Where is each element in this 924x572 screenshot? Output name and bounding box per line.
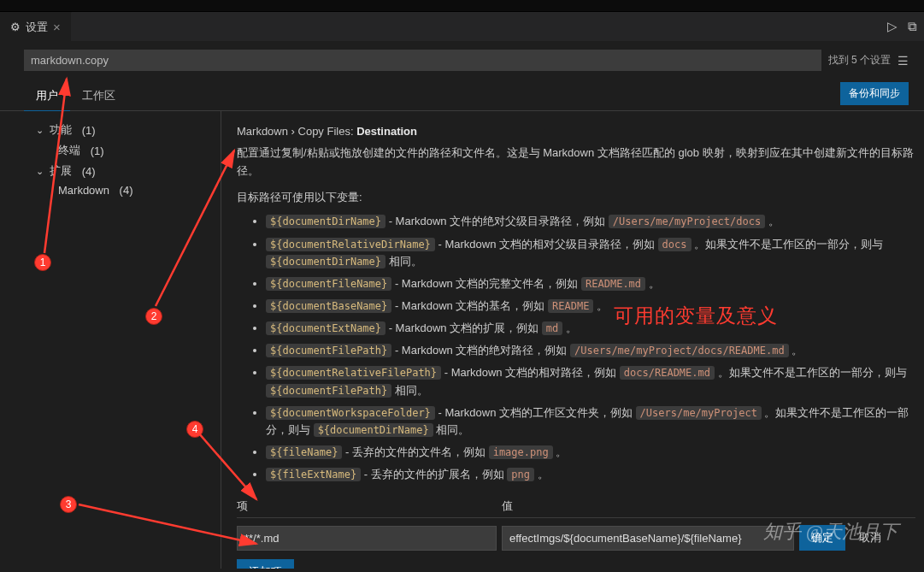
variable-item: ${documentWorkspaceFolder} - Markdown 文档… [266,404,915,439]
variable-item: ${documentRelativeFilePath} - Markdown 文… [266,364,915,398]
variable-item: ${documentFilePath} - Markdown 文档的绝对路径，例… [266,342,915,359]
kv-header-key: 项 [237,498,502,514]
close-icon[interactable]: × [53,20,61,34]
play-icon[interactable]: ▷ [887,19,898,34]
tree-group-features[interactable]: ⌄ 功能 (1) [0,120,221,140]
kv-value-input[interactable] [502,526,794,551]
annotation-marker-4: 4 [186,421,203,438]
annotation-red-text: 可用的变量及意义 [614,303,778,329]
tree-group-extensions[interactable]: ⌄ 扩展 (4) [0,161,221,181]
variable-item: ${documentDirName} - Markdown 文件的绝对父级目录路… [266,213,915,230]
filter-icon[interactable]: ☰ [898,54,909,68]
gear-icon: ⚙ [10,21,21,33]
settings-tree: ⌄ 功能 (1) 终端 (1) ⌄ 扩展 (4) Markdown (4) [0,111,221,569]
kv-headers: 项 值 [237,498,915,518]
variable-item: ${documentRelativeDirName} - Markdown 文档… [266,236,915,270]
vars-intro: 目标路径可使用以下变量: [237,189,915,207]
variable-item: ${documentFileName} - Markdown 文档的完整文件名，… [266,275,915,292]
editor-tabbar: ⚙ 设置 × ▷ ⧉ [0,12,924,41]
variable-item: ${documentExtName} - Markdown 文档的扩展，例如 m… [266,320,915,337]
variable-item: ${fileExtName} - 丢弃的文件的扩展名，例如 png 。 [266,466,915,483]
tab-settings[interactable]: ⚙ 设置 × [0,12,72,41]
annotation-marker-1: 1 [34,254,51,271]
split-icon[interactable]: ⧉ [908,19,917,34]
kv-key-input[interactable] [237,526,497,551]
settings-scope-row: 用户 工作区 备份和同步 [0,76,924,111]
tree-item-terminal[interactable]: 终端 (1) [0,140,221,161]
settings-search-row: 找到 5 个设置 ☰ [0,41,924,76]
variable-item: ${documentBaseName} - Markdown 文档的基名，例如 … [266,298,915,315]
settings-content: ⚙ Markdown › Copy Files: Destination 配置通… [221,111,924,569]
variable-item: ${fileName} - 丢弃的文件的文件名，例如 image.png 。 [266,444,915,461]
kv-header-val: 值 [502,498,513,514]
annotation-marker-3: 3 [60,496,77,513]
search-result-count: 找到 5 个设置 [828,53,891,68]
variable-list: ${documentDirName} - Markdown 文件的绝对父级目录路… [266,213,915,483]
tree-item-markdown[interactable]: Markdown (4) [0,181,221,199]
add-item-button[interactable]: 添加项 [237,559,294,569]
chevron-down-icon: ⌄ [36,166,46,177]
watermark: 知乎 @天池月下 [763,519,898,545]
settings-search-input[interactable] [24,50,821,71]
tab-label: 设置 [26,20,48,35]
annotation-marker-2: 2 [145,308,162,325]
gear-icon[interactable]: ⚙ [221,125,924,140]
chevron-down-icon: ⌄ [36,125,46,136]
scope-workspace-tab[interactable]: 工作区 [70,81,127,110]
backup-sync-button[interactable]: 备份和同步 [840,82,909,105]
titlebar [0,0,924,12]
scope-user-tab[interactable]: 用户 [24,81,70,111]
setting-description: 配置通过复制/粘贴或拖放创建的文件的路径和文件名。这是与 Markdown 文档… [237,144,915,180]
